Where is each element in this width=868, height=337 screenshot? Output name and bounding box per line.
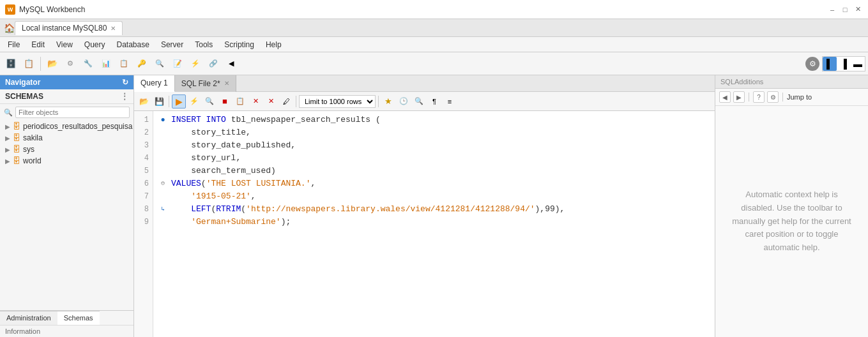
open-sql-button[interactable]: 📂 (44, 56, 61, 72)
stop-btn[interactable]: ■ (218, 94, 232, 109)
code-content[interactable]: ● INSERT INTO tbl_newspaper_search_resul… (153, 111, 715, 337)
settings-icon[interactable]: ⚙ (805, 57, 819, 71)
instance-tab[interactable]: Local instance MySQL80 ✕ (15, 21, 123, 35)
manage-connections-button[interactable]: 📋 (20, 56, 37, 72)
schema-item-periodicos[interactable]: ▶ 🗄 periodicos_resultados_pesquisa (0, 121, 133, 132)
schemas-options-icon[interactable]: ⋮ (121, 92, 128, 101)
instance-tab-label: Local instance MySQL80 (22, 24, 107, 33)
code-text-3: story_date_published, (171, 139, 296, 152)
menu-view[interactable]: View (51, 38, 78, 52)
query-tab-1-label: Query 1 (141, 79, 168, 87)
navigator-title: Navigator (5, 78, 40, 87)
explain-btn[interactable]: 🔍 (202, 94, 217, 109)
button9[interactable]: ⚡ (187, 56, 204, 72)
bookmark-btn[interactable]: ★ (381, 94, 395, 109)
schema-arrow-world: ▶ (5, 158, 10, 165)
code-line-1: ● INSERT INTO tbl_newspaper_search_resul… (158, 114, 710, 126)
button8[interactable]: 📝 (169, 56, 186, 72)
main-area: Navigator ↻ SCHEMAS ⋮ 🔍 ▶ 🗄 periodicos_r… (0, 75, 868, 337)
save-btn[interactable]: 💾 (152, 94, 166, 109)
find-replace-btn[interactable]: 🔍 (412, 94, 426, 109)
sql-additions-content: Automatic context help is disabled. Use … (715, 106, 868, 337)
code-text-8: LEFT(RTRIM('http://newspapers.library.wa… (171, 203, 565, 216)
home-icon: 🏠 (4, 23, 15, 33)
button11[interactable]: ◀ (223, 56, 240, 72)
code-line-6: ⊖ VALUES('THE LOST LUSITANIA.', (158, 177, 710, 190)
execute-selection-btn[interactable]: ⚡ (187, 94, 201, 109)
sql-additions-header: SQLAdditions (715, 75, 868, 89)
schema-item-sys[interactable]: ▶ 🗄 sys (0, 144, 133, 155)
code-line-2: story_title, (158, 126, 710, 139)
query-history-btn[interactable]: 🕒 (397, 94, 411, 109)
query-tab-2-close[interactable]: ✕ (224, 80, 229, 87)
button3[interactable]: 🔧 (80, 56, 96, 72)
new-connection-button[interactable]: 🗄️ (3, 56, 19, 72)
minimize-button[interactable]: – (827, 4, 837, 15)
create-schema-button[interactable]: ⚙ (62, 56, 79, 72)
layout-switcher: ▌ ▐ ▬ (822, 56, 865, 71)
close-button[interactable]: ✕ (853, 4, 863, 15)
button4[interactable]: 📊 (98, 56, 114, 72)
button6[interactable]: 🔑 (133, 56, 150, 72)
code-text-6: VALUES('THE LOST LUSITANIA.', (171, 177, 316, 190)
schema-arrow-sakila: ▶ (5, 135, 10, 142)
query-toolbar: 📂 💾 ▶ ⚡ 🔍 ■ 📋 ✕ ✕ 🖊 Limit to 1000 rows L… (134, 92, 715, 111)
menu-edit[interactable]: Edit (26, 38, 50, 52)
menu-file[interactable]: File (3, 38, 25, 52)
query-tab-1[interactable]: Query 1 (134, 75, 175, 92)
menu-tools[interactable]: Tools (190, 38, 218, 52)
layout-btn-3[interactable]: ▬ (851, 57, 865, 71)
code-text-9: 'German+Submarine'); (171, 216, 291, 228)
menu-database[interactable]: Database (112, 38, 155, 52)
filter-search-icon: 🔍 (4, 109, 13, 117)
button7[interactable]: 🔍 (151, 56, 168, 72)
execute-btn[interactable]: ▶ (172, 94, 186, 109)
button10[interactable]: 🔗 (205, 56, 222, 72)
open-file-btn[interactable]: 📂 (137, 94, 151, 109)
instance-tab-bar: 🏠 Local instance MySQL80 ✕ (0, 19, 868, 37)
toolbar-right: ⚙ ▌ ▐ ▬ (805, 56, 865, 71)
toggle-action-output-btn[interactable]: 📋 (233, 94, 247, 109)
app-title: MySQL Workbench (19, 5, 85, 14)
layout-btn-1[interactable]: ▌ (823, 57, 837, 71)
sa-context-button[interactable]: ? (753, 91, 765, 103)
beautify-btn[interactable]: 🖊 (279, 94, 293, 109)
tab-schemas[interactable]: Schemas (57, 311, 100, 325)
button5[interactable]: 📋 (116, 56, 132, 72)
schema-item-sakila[interactable]: ▶ 🗄 sakila (0, 132, 133, 144)
info-bar: Information (0, 325, 133, 337)
filter-input[interactable] (15, 107, 130, 118)
schema-item-world[interactable]: ▶ 🗄 world (0, 155, 133, 167)
toolbar-sep-1 (40, 57, 41, 71)
tab-administration[interactable]: Administration (0, 311, 57, 325)
sa-forward-button[interactable]: ▶ (733, 91, 745, 103)
query-tab-2[interactable]: SQL File 2* ✕ (175, 75, 236, 92)
layout-btn-2[interactable]: ▐ (837, 57, 851, 71)
instance-tab-close[interactable]: ✕ (110, 25, 116, 32)
maximize-button[interactable]: □ (840, 4, 850, 15)
toggle-invisibles-btn[interactable]: ¶ (427, 94, 441, 109)
schema-label-world: world (23, 156, 42, 165)
menu-bar: File Edit View Query Database Server Too… (0, 37, 868, 52)
toggle-output-btn[interactable]: ✕ (264, 94, 278, 109)
code-editor[interactable]: 1 2 3 4 5 6 7 8 9 ● INSERT INTO tbl_news… (134, 111, 715, 337)
menu-scripting[interactable]: Scripting (219, 38, 259, 52)
menu-server[interactable]: Server (156, 38, 188, 52)
limit-select[interactable]: Limit to 1000 rows Limit to 10 rows Limi… (299, 95, 376, 108)
title-bar: W MySQL Workbench – □ ✕ (0, 0, 868, 19)
schema-icon-sakila: 🗄 (13, 133, 20, 142)
sa-auto-context-button[interactable]: ⚙ (767, 91, 779, 103)
query-area: Query 1 SQL File 2* ✕ 📂 💾 ▶ ⚡ 🔍 ■ 📋 ✕ ✕ … (134, 75, 715, 337)
code-text-4: story_url, (171, 152, 241, 165)
code-line-4: story_url, (158, 152, 710, 165)
navigator-header: Navigator ↻ (0, 75, 133, 89)
schema-label-periodicos: periodicos_resultados_pesquisa (23, 122, 132, 131)
sa-back-button[interactable]: ◀ (719, 91, 731, 103)
menu-help[interactable]: Help (261, 38, 287, 52)
format-btn[interactable]: ≡ (443, 94, 457, 109)
navigator-refresh-icon[interactable]: ↻ (122, 78, 128, 87)
navigator-panel: Navigator ↻ SCHEMAS ⋮ 🔍 ▶ 🗄 periodicos_r… (0, 75, 134, 337)
menu-query[interactable]: Query (79, 38, 110, 52)
toggle-result-btn[interactable]: ✕ (248, 94, 263, 109)
schemas-label: SCHEMAS (5, 92, 43, 101)
